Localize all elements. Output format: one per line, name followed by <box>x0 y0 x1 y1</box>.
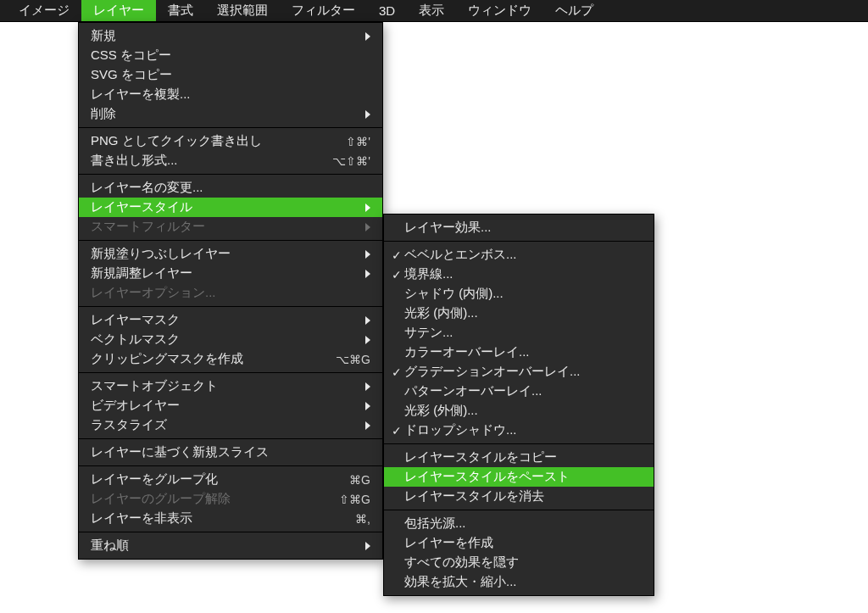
submenu-arrow-icon <box>365 382 370 391</box>
submenu-item-label: レイヤースタイルをコピー <box>404 449 642 465</box>
menubar-item-help[interactable]: ヘルプ <box>543 0 605 21</box>
menu-item-label: レイヤーオプション... <box>91 285 370 301</box>
submenu-arrow-icon <box>365 316 370 325</box>
menu-separator <box>79 306 382 307</box>
submenu-item-outer-glow[interactable]: 光彩 (外側)... <box>384 401 654 421</box>
submenu-item-label: カラーオーバーレイ... <box>404 344 642 360</box>
menu-shortcut: ⌥⌘G <box>336 353 370 366</box>
submenu-item-paste-layer-style[interactable]: レイヤースタイルをペースト <box>384 467 654 487</box>
menu-separator <box>79 532 382 532</box>
submenu-item-hide-all-effects[interactable]: すべての効果を隠す <box>384 553 654 572</box>
menu-item-label: 重ね順 <box>91 538 355 554</box>
menu-item-new-layer-based-slice[interactable]: レイヤーに基づく新規スライス <box>79 443 382 462</box>
submenu-item-label: シャドウ (内側)... <box>404 286 642 302</box>
menu-item-label: レイヤーマスク <box>91 312 355 328</box>
menubar-item-layer[interactable]: レイヤー <box>81 0 156 21</box>
menubar-item-3d[interactable]: 3D <box>367 1 407 20</box>
menubar-item-select[interactable]: 選択範囲 <box>205 0 280 21</box>
submenu-item-label: グラデーションオーバーレイ... <box>404 364 642 380</box>
menu-item-new-adjustment-layer[interactable]: 新規調整レイヤー <box>79 264 382 283</box>
submenu-item-clear-layer-style[interactable]: レイヤースタイルを消去 <box>384 487 654 506</box>
submenu-item-color-overlay[interactable]: カラーオーバーレイ... <box>384 343 654 362</box>
submenu-item-inner-glow[interactable]: 光彩 (内側)... <box>384 304 654 323</box>
menu-separator <box>79 174 382 175</box>
menu-shortcut: ⇧⌘G <box>339 493 370 506</box>
submenu-item-label: パターンオーバーレイ... <box>404 383 642 399</box>
menu-item-label: 削除 <box>91 106 355 122</box>
submenu-item-bevel-emboss[interactable]: ✓ ベベルとエンボス... <box>384 245 654 265</box>
submenu-item-pattern-overlay[interactable]: パターンオーバーレイ... <box>384 382 654 401</box>
check-icon: ✓ <box>389 268 404 281</box>
submenu-item-scale-effects[interactable]: 効果を拡大・縮小... <box>384 572 654 592</box>
menu-item-arrange[interactable]: 重ね順 <box>79 536 382 555</box>
submenu-item-satin[interactable]: サテン... <box>384 323 654 343</box>
menubar-item-window[interactable]: ウィンドウ <box>456 0 543 21</box>
menu-item-label: ベクトルマスク <box>91 332 355 348</box>
menu-item-group-layers[interactable]: レイヤーをグループ化 ⌘G <box>79 470 382 489</box>
menu-item-smart-filter: スマートフィルター <box>79 217 382 237</box>
submenu-arrow-icon <box>365 250 370 259</box>
menu-item-delete[interactable]: 削除 <box>79 104 382 124</box>
menu-separator <box>79 127 382 128</box>
menubar-item-image[interactable]: イメージ <box>7 0 81 21</box>
submenu-item-label: ドロップシャドウ... <box>404 422 642 438</box>
menu-item-hide-layer[interactable]: レイヤーを非表示 ⌘, <box>79 509 382 528</box>
menu-item-new-fill-layer[interactable]: 新規塗りつぶしレイヤー <box>79 244 382 264</box>
submenu-item-gradient-overlay[interactable]: ✓ グラデーションオーバーレイ... <box>384 362 654 382</box>
submenu-arrow-icon <box>365 542 370 550</box>
submenu-item-label: 効果を拡大・縮小... <box>404 574 642 590</box>
menubar-item-filter[interactable]: フィルター <box>280 0 367 21</box>
submenu-item-inner-shadow[interactable]: シャドウ (内側)... <box>384 284 654 304</box>
menubar-item-view[interactable]: 表示 <box>407 0 456 21</box>
menubar-item-type[interactable]: 書式 <box>156 0 205 21</box>
menu-separator <box>79 240 382 241</box>
menu-item-layer-options: レイヤーオプション... <box>79 283 382 303</box>
menu-item-copy-svg[interactable]: SVG をコピー <box>79 65 382 85</box>
menu-item-ungroup-layers: レイヤーのグループ解除 ⇧⌘G <box>79 489 382 509</box>
submenu-item-copy-layer-style[interactable]: レイヤースタイルをコピー <box>384 448 654 467</box>
menu-item-label: レイヤーのグループ解除 <box>91 491 329 507</box>
menu-item-label: 新規塗りつぶしレイヤー <box>91 246 355 262</box>
menu-item-rename-layer[interactable]: レイヤー名の変更... <box>79 178 382 198</box>
menu-item-new[interactable]: 新規 <box>79 26 382 46</box>
menu-item-vector-mask[interactable]: ベクトルマスク <box>79 330 382 349</box>
submenu-arrow-icon <box>365 203 370 212</box>
submenu-arrow-icon <box>365 336 370 344</box>
menu-item-duplicate-layer[interactable]: レイヤーを複製... <box>79 85 382 104</box>
menu-item-label: レイヤースタイル <box>91 199 355 215</box>
submenu-item-label: 光彩 (外側)... <box>404 403 642 419</box>
menubar: イメージ レイヤー 書式 選択範囲 フィルター 3D 表示 ウィンドウ ヘルプ <box>0 0 868 22</box>
menu-item-copy-css[interactable]: CSS をコピー <box>79 46 382 65</box>
menu-separator <box>384 443 654 444</box>
menu-item-label: レイヤーを非表示 <box>91 510 345 527</box>
menu-item-export-as[interactable]: 書き出し形式... ⌥⇧⌘' <box>79 151 382 170</box>
menu-item-layer-mask[interactable]: レイヤーマスク <box>79 310 382 330</box>
menu-separator <box>79 372 382 373</box>
submenu-arrow-icon <box>365 421 370 430</box>
submenu-item-global-light[interactable]: 包括光源... <box>384 514 654 533</box>
menu-separator <box>384 241 654 242</box>
submenu-item-layer-effects[interactable]: レイヤー効果... <box>384 218 654 237</box>
submenu-item-label: ベベルとエンボス... <box>404 247 642 263</box>
menu-item-label: 書き出し形式... <box>91 153 322 169</box>
submenu-item-create-layer[interactable]: レイヤーを作成 <box>384 533 654 553</box>
menu-item-layer-style[interactable]: レイヤースタイル <box>79 198 382 217</box>
menu-item-label: ビデオレイヤー <box>91 398 355 414</box>
menu-item-quick-export-png[interactable]: PNG としてクイック書き出し ⇧⌘' <box>79 131 382 151</box>
submenu-arrow-icon <box>365 402 370 410</box>
submenu-item-label: レイヤースタイルをペースト <box>404 469 642 485</box>
menu-item-create-clipping-mask[interactable]: クリッピングマスクを作成 ⌥⌘G <box>79 349 382 369</box>
menu-item-label: クリッピングマスクを作成 <box>91 351 326 367</box>
submenu-item-stroke[interactable]: ✓ 境界線... <box>384 265 654 284</box>
menu-item-rasterize[interactable]: ラスタライズ <box>79 415 382 435</box>
layer-menu-dropdown: 新規 CSS をコピー SVG をコピー レイヤーを複製... 削除 PNG と… <box>78 22 383 560</box>
menu-item-label: レイヤー名の変更... <box>91 180 370 196</box>
submenu-item-label: 包括光源... <box>404 515 642 532</box>
menu-shortcut: ⇧⌘' <box>346 135 370 148</box>
menu-item-smart-object[interactable]: スマートオブジェクト <box>79 376 382 396</box>
submenu-item-drop-shadow[interactable]: ✓ ドロップシャドウ... <box>384 421 654 440</box>
menu-item-label: 新規 <box>91 28 355 44</box>
menu-item-label: PNG としてクイック書き出し <box>91 133 336 149</box>
submenu-item-label: レイヤーを作成 <box>404 535 642 551</box>
menu-item-video-layer[interactable]: ビデオレイヤー <box>79 396 382 415</box>
